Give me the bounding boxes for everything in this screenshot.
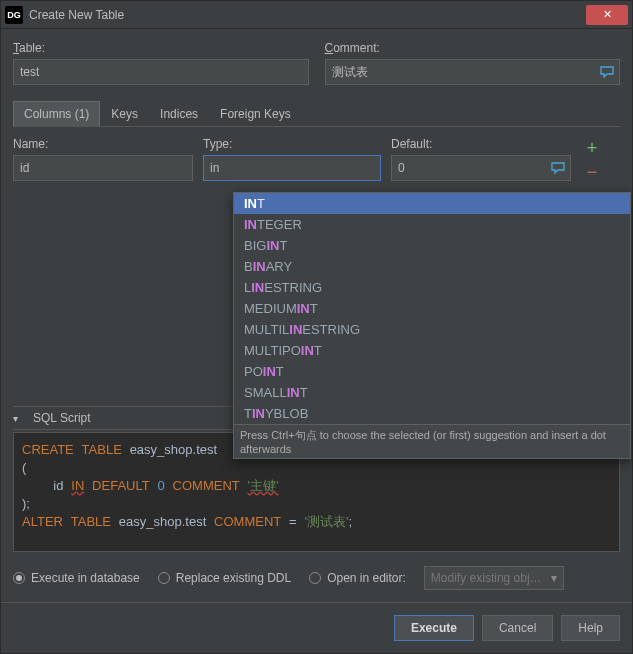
remove-column-button[interactable]: −: [587, 165, 598, 179]
tab-foreign-keys[interactable]: Foreign Keys: [209, 101, 302, 126]
app-logo: DG: [5, 6, 23, 24]
tab-columns[interactable]: Columns (1): [13, 101, 100, 126]
default-label: Default:: [391, 137, 571, 151]
radio-execute-in-db[interactable]: Execute in database: [13, 571, 140, 585]
autocomplete-item[interactable]: TINYBLOB: [234, 403, 630, 424]
autocomplete-hint: Press Ctrl+句点 to choose the selected (or…: [234, 424, 630, 458]
comment-input[interactable]: [325, 59, 621, 85]
table-input[interactable]: [13, 59, 309, 85]
autocomplete-item[interactable]: MEDIUMINT: [234, 298, 630, 319]
tab-indices[interactable]: Indices: [149, 101, 209, 126]
tab-keys[interactable]: Keys: [100, 101, 149, 126]
table-label: Table:: [13, 41, 309, 55]
close-button[interactable]: ✕: [586, 5, 628, 25]
autocomplete-item[interactable]: MULTIPOINT: [234, 340, 630, 361]
autocomplete-popup: INTINTEGERBIGINTBINARYLINESTRINGMEDIUMIN…: [233, 192, 631, 459]
column-default-input[interactable]: [391, 155, 571, 181]
comment-bubble-icon[interactable]: [598, 63, 616, 81]
radio-open-in-editor[interactable]: Open in editor:: [309, 571, 406, 585]
autocomplete-item[interactable]: POINT: [234, 361, 630, 382]
cancel-button[interactable]: Cancel: [482, 615, 553, 641]
tabs: Columns (1) Keys Indices Foreign Keys: [13, 101, 620, 127]
titlebar: DG Create New Table ✕: [1, 1, 632, 29]
execute-button[interactable]: Execute: [394, 615, 474, 641]
editor-target-dropdown[interactable]: Modify existing obj…: [424, 566, 564, 590]
comment-label: Comment:: [325, 41, 621, 55]
default-bubble-icon[interactable]: [549, 159, 567, 177]
name-label: Name:: [13, 137, 193, 151]
autocomplete-item[interactable]: BINARY: [234, 256, 630, 277]
window-title: Create New Table: [29, 8, 586, 22]
add-column-button[interactable]: +: [587, 141, 598, 155]
chevron-down-icon: [13, 412, 29, 424]
help-button[interactable]: Help: [561, 615, 620, 641]
autocomplete-item[interactable]: BIGINT: [234, 235, 630, 256]
autocomplete-item[interactable]: LINESTRING: [234, 277, 630, 298]
autocomplete-item[interactable]: SMALLINT: [234, 382, 630, 403]
autocomplete-item[interactable]: INTEGER: [234, 214, 630, 235]
column-type-input[interactable]: [203, 155, 381, 181]
column-name-input[interactable]: [13, 155, 193, 181]
autocomplete-item[interactable]: MULTILINESTRING: [234, 319, 630, 340]
type-label: Type:: [203, 137, 381, 151]
autocomplete-item[interactable]: INT: [234, 193, 630, 214]
radio-replace-ddl[interactable]: Replace existing DDL: [158, 571, 291, 585]
sql-script-label: SQL Script: [33, 411, 91, 425]
